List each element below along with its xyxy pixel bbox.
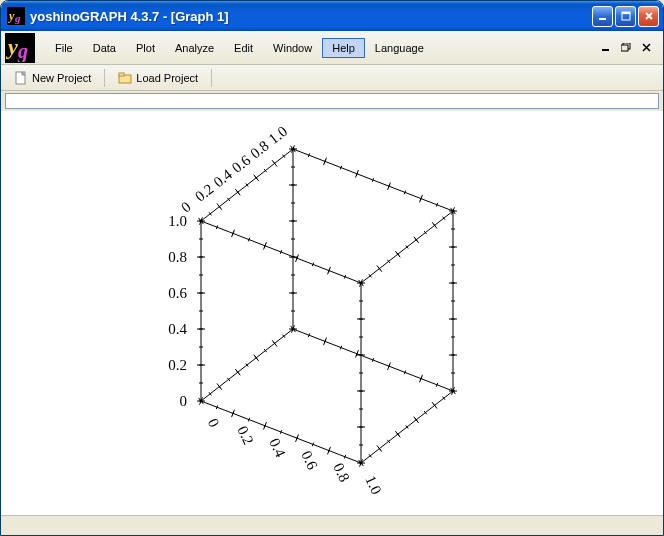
svg-line-67 <box>420 377 421 381</box>
menu-window[interactable]: Window <box>263 38 322 58</box>
svg-text:1.0: 1.0 <box>168 213 187 229</box>
svg-line-74 <box>308 333 309 337</box>
svg-line-66 <box>436 383 437 387</box>
svg-line-70 <box>372 358 373 362</box>
svg-line-73 <box>324 340 325 344</box>
svg-text:0.6: 0.6 <box>229 151 254 175</box>
plot-area[interactable]: 00.20.40.60.81.000.20.40.60.81.000.20.40… <box>1 111 663 515</box>
titlebar: yg yoshinoGRAPH 4.3.7 - [Graph 1] <box>1 1 663 31</box>
svg-line-134 <box>436 203 437 207</box>
svg-line-102 <box>248 238 249 242</box>
window-title: yoshinoGRAPH 4.3.7 - [Graph 1] <box>30 9 592 24</box>
svg-line-141 <box>324 160 325 164</box>
svg-text:y: y <box>6 34 18 59</box>
menu-data[interactable]: Data <box>83 38 126 58</box>
formula-input[interactable] <box>5 93 659 109</box>
app-icon: yg <box>7 7 25 25</box>
toolbar: New Project Load Project <box>1 65 663 91</box>
svg-line-106 <box>312 263 313 267</box>
svg-line-108 <box>344 275 345 279</box>
toolbar-separator <box>211 69 212 87</box>
load-project-button[interactable]: Load Project <box>111 68 205 88</box>
svg-line-136 <box>404 191 405 195</box>
svg-line-140 <box>340 166 341 170</box>
svg-line-135 <box>420 197 421 201</box>
new-project-label: New Project <box>32 72 91 84</box>
maximize-button[interactable] <box>615 6 636 27</box>
svg-line-101 <box>232 232 233 236</box>
close-button[interactable] <box>638 6 659 27</box>
svg-line-107 <box>328 269 329 273</box>
svg-line-139 <box>356 172 357 176</box>
new-project-button[interactable]: New Project <box>7 68 98 88</box>
svg-text:y: y <box>8 9 15 23</box>
svg-line-33 <box>232 412 233 416</box>
svg-line-68 <box>404 371 405 375</box>
load-project-icon <box>118 71 132 85</box>
3d-axes-plot: 00.20.40.60.81.000.20.40.60.81.000.20.40… <box>1 111 661 515</box>
svg-text:0.2: 0.2 <box>192 181 217 205</box>
statusbar <box>1 515 663 535</box>
menu-language[interactable]: Language <box>365 38 434 58</box>
mdi-minimize-icon[interactable] <box>599 42 613 54</box>
svg-line-36 <box>280 430 281 434</box>
svg-text:0: 0 <box>205 416 223 430</box>
svg-line-69 <box>388 364 389 368</box>
menu-edit[interactable]: Edit <box>224 38 263 58</box>
toolbar-separator <box>104 69 105 87</box>
svg-text:0.8: 0.8 <box>330 461 352 485</box>
svg-text:g: g <box>14 12 21 24</box>
svg-rect-7 <box>602 49 609 51</box>
svg-text:0.4: 0.4 <box>168 321 187 337</box>
svg-rect-4 <box>622 12 630 14</box>
menu-help[interactable]: Help <box>322 38 365 58</box>
mdi-controls <box>599 42 659 54</box>
window-controls <box>592 6 659 27</box>
svg-text:0: 0 <box>180 393 188 409</box>
svg-line-39 <box>328 449 329 453</box>
menubar-row: yg File Data Plot Analyze Edit Window He… <box>1 31 663 65</box>
minimize-button[interactable] <box>592 6 613 27</box>
svg-text:0.4: 0.4 <box>266 436 289 460</box>
svg-text:0.2: 0.2 <box>234 423 256 447</box>
svg-text:0.8: 0.8 <box>168 249 187 265</box>
formula-bar <box>1 91 663 111</box>
app-logo-icon: yg <box>5 33 35 63</box>
app-window: yg yoshinoGRAPH 4.3.7 - [Graph 1] yg Fil… <box>0 0 664 536</box>
svg-rect-9 <box>621 45 628 51</box>
menubar: File Data Plot Analyze Edit Window Help … <box>45 38 434 58</box>
svg-line-35 <box>264 424 265 428</box>
menu-file[interactable]: File <box>45 38 83 58</box>
svg-rect-2 <box>599 18 606 20</box>
svg-text:0.6: 0.6 <box>168 285 187 301</box>
new-project-icon <box>14 71 28 85</box>
svg-text:0.8: 0.8 <box>247 137 272 161</box>
svg-line-137 <box>388 184 389 188</box>
svg-line-100 <box>216 225 217 229</box>
svg-text:g: g <box>17 40 28 62</box>
svg-line-104 <box>280 250 281 254</box>
menu-plot[interactable]: Plot <box>126 38 165 58</box>
mdi-close-icon[interactable] <box>639 42 653 54</box>
svg-line-138 <box>372 178 373 182</box>
svg-line-142 <box>308 153 309 157</box>
svg-text:0.2: 0.2 <box>168 357 187 373</box>
mdi-restore-icon[interactable] <box>619 42 633 54</box>
svg-line-38 <box>312 443 313 447</box>
load-project-label: Load Project <box>136 72 198 84</box>
svg-line-34 <box>248 418 249 422</box>
svg-text:0.4: 0.4 <box>210 166 235 190</box>
svg-rect-12 <box>119 73 124 76</box>
svg-line-37 <box>296 436 297 440</box>
svg-line-103 <box>264 244 265 248</box>
svg-line-32 <box>216 405 217 409</box>
svg-text:1.0: 1.0 <box>362 473 384 497</box>
menu-analyze[interactable]: Analyze <box>165 38 224 58</box>
svg-text:0.6: 0.6 <box>298 448 321 472</box>
svg-line-40 <box>344 455 345 459</box>
svg-line-72 <box>340 346 341 350</box>
svg-text:1.0: 1.0 <box>266 123 291 147</box>
